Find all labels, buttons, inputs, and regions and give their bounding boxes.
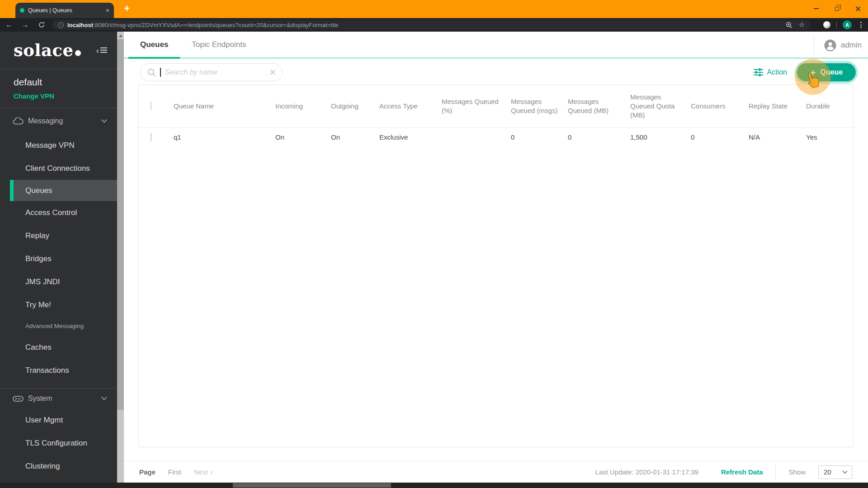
- refresh-data-link[interactable]: Refresh Data: [721, 468, 763, 476]
- col-durable: Durable: [806, 102, 853, 111]
- url-text[interactable]: localhost:8080/#/msg-vpns/ZGVmYXVsdA==/e…: [67, 22, 782, 28]
- window-controls: [806, 0, 868, 17]
- horizontal-scrollbar[interactable]: [0, 483, 868, 488]
- minimize-button[interactable]: [806, 0, 826, 17]
- user-label: admin: [841, 41, 862, 50]
- extension-icon[interactable]: [823, 21, 830, 28]
- add-queue-label: Queue: [820, 68, 843, 76]
- cell-durable: Yes: [806, 133, 853, 141]
- cell-replay-state: N/A: [749, 133, 806, 141]
- sidebar-item-bridges[interactable]: Bridges: [0, 247, 117, 270]
- pagination-footer: Page First Next › Last Update: 2020-01-3…: [124, 461, 868, 483]
- plus-icon: +: [810, 68, 816, 77]
- new-tab-button[interactable]: +: [120, 2, 134, 15]
- row-checkbox[interactable]: [151, 133, 151, 141]
- sidebar: solace ‹ default Change VPN Messaging Me…: [0, 32, 117, 488]
- sidebar-item-tls-configuration[interactable]: TLS Configuration: [0, 432, 117, 455]
- cell-consumers: 0: [691, 133, 749, 141]
- page-size-select[interactable]: 20: [818, 465, 852, 479]
- table-row[interactable]: q1 On On Exclusive 0 0 1,500 0 N/A Yes: [139, 128, 853, 146]
- chevron-down-icon: [842, 469, 847, 474]
- broker-icon: [13, 396, 24, 402]
- footer-divider: [775, 465, 776, 479]
- scrollbar-thumb[interactable]: [117, 39, 124, 410]
- minimize-icon: [814, 8, 819, 9]
- urlbar-right-icons: ☆: [786, 21, 805, 29]
- toolbar-right: A: [823, 18, 864, 32]
- scrollbar-up-arrow[interactable]: [119, 34, 123, 37]
- table-header: Queue Name Incoming Outgoing Access Type…: [139, 85, 853, 128]
- vpn-name: default: [14, 77, 106, 88]
- page-label: Page: [139, 468, 156, 476]
- sidebar-item-message-vpn[interactable]: Message VPN: [0, 134, 117, 157]
- col-outgoing: Outgoing: [331, 102, 379, 111]
- cell-incoming: On: [275, 133, 331, 141]
- col-replay-state: Replay State: [749, 102, 806, 111]
- browser-avatar[interactable]: A: [843, 20, 852, 29]
- page-tabs: Queues Topic Endpoints admin: [124, 32, 868, 58]
- sidebar-item-replay[interactable]: Replay: [0, 224, 117, 247]
- site-info-icon[interactable]: i: [58, 22, 64, 28]
- horizontal-scrollbar-thumb[interactable]: [233, 483, 391, 488]
- action-button[interactable]: Action: [754, 68, 787, 76]
- tab-queues[interactable]: Queues: [128, 32, 180, 58]
- next-page-button[interactable]: Next ›: [194, 468, 212, 476]
- url-bar[interactable]: i localhost:8080/#/msg-vpns/ZGVmYXVsdA==…: [52, 20, 810, 30]
- chevron-down-icon: [101, 394, 107, 400]
- sidebar-item-access-control[interactable]: Access Control: [0, 201, 117, 224]
- screen: Queues | Queues × + ← → i localhost:8080…: [0, 0, 868, 488]
- app-page: solace ‹ default Change VPN Messaging Me…: [0, 32, 868, 488]
- clear-search-icon[interactable]: [269, 69, 275, 75]
- forward-icon[interactable]: →: [22, 21, 29, 29]
- chevron-down-icon: [101, 117, 107, 123]
- first-page-button[interactable]: First: [168, 468, 181, 476]
- search-input[interactable]: [165, 68, 265, 76]
- add-queue-button[interactable]: + Queue: [797, 63, 856, 81]
- solace-logo: solace: [14, 40, 81, 60]
- url-path: :8080/#/msg-vpns/ZGVmYXVsdA==/endpoints/…: [93, 22, 338, 28]
- text-caret: [160, 68, 161, 77]
- sidebar-section-label: System: [28, 394, 52, 403]
- person-icon: [824, 39, 836, 52]
- browser-menu-icon[interactable]: [858, 22, 864, 28]
- select-all-checkbox[interactable]: [151, 102, 151, 110]
- back-icon[interactable]: ←: [5, 21, 13, 29]
- search-icon: [147, 68, 156, 77]
- close-button[interactable]: [847, 0, 868, 17]
- bookmark-star-icon[interactable]: ☆: [799, 21, 805, 29]
- browser-tab[interactable]: Queues | Queues ×: [15, 3, 114, 18]
- sidebar-item-jms-jndi[interactable]: JMS JNDI: [0, 270, 117, 293]
- sidebar-item-try-me[interactable]: Try Me!: [0, 293, 117, 316]
- col-messages-queued-msgs: Messages Queued (msgs): [511, 97, 568, 116]
- reload-icon[interactable]: [38, 21, 45, 28]
- sidebar-label-advanced-messaging: Advanced Messaging: [0, 316, 117, 336]
- sidebar-item-client-connections[interactable]: Client Connections: [0, 157, 117, 180]
- sidebar-section-system[interactable]: System: [0, 389, 117, 408]
- queues-table-card: Queue Name Incoming Outgoing Access Type…: [138, 84, 854, 447]
- sidebar-item-user-mgmt[interactable]: User Mgmt: [0, 408, 117, 432]
- user-menu[interactable]: admin: [814, 35, 868, 55]
- sidebar-section-messaging[interactable]: Messaging: [0, 108, 117, 134]
- col-consumers: Consumers: [691, 102, 749, 111]
- sidebar-item-transactions[interactable]: Transactions: [0, 359, 117, 382]
- col-messages-queued-quota: Messages Queued Quota (MB): [630, 93, 691, 120]
- zoom-icon[interactable]: [786, 22, 793, 28]
- restore-button[interactable]: [826, 0, 847, 17]
- col-messages-queued-pct: Messages Queued (%): [442, 97, 511, 116]
- tab-topic-endpoints[interactable]: Topic Endpoints: [180, 32, 258, 58]
- last-update-text: Last Update: 2020-01-31 17:17:39: [595, 468, 698, 476]
- close-icon: [855, 6, 861, 12]
- sidebar-item-queues[interactable]: Queues: [10, 180, 117, 201]
- sidebar-scrollbar[interactable]: [117, 32, 124, 483]
- search-box[interactable]: [140, 63, 283, 81]
- tab-close-icon[interactable]: ×: [106, 7, 109, 14]
- col-queue-name: Queue Name: [174, 102, 275, 111]
- main-content: Queues Topic Endpoints admin: [124, 32, 868, 488]
- sidebar-item-clustering[interactable]: Clustering: [0, 455, 117, 478]
- change-vpn-link[interactable]: Change VPN: [14, 92, 106, 100]
- sidebar-item-caches[interactable]: Caches: [0, 336, 117, 359]
- sidebar-collapse-icon[interactable]: ‹: [96, 46, 107, 55]
- cloud-icon: [13, 117, 24, 125]
- col-incoming: Incoming: [275, 102, 331, 111]
- cell-queue-name[interactable]: q1: [174, 133, 275, 141]
